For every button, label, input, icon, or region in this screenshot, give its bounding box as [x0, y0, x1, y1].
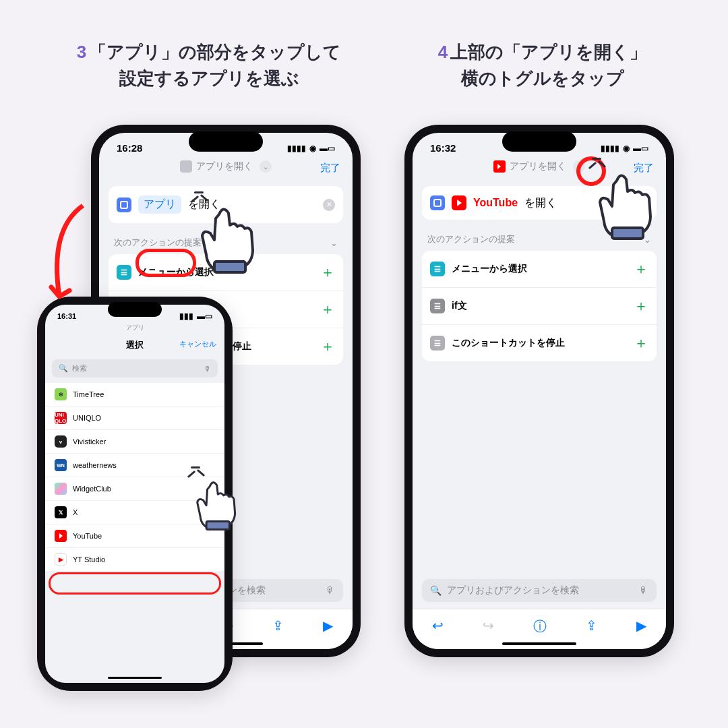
open-app-action-card[interactable]: YouTube を開く	[422, 186, 657, 220]
clear-icon[interactable]: ✕	[323, 199, 335, 211]
signal-icon: ▮▮▮▮	[601, 144, 619, 153]
picker-search-field[interactable]: 🔍 検索 🎙	[52, 359, 218, 377]
app-name: UNIQLO	[73, 414, 101, 422]
status-time: 16:32	[430, 142, 456, 154]
add-button[interactable]: ＋	[634, 333, 648, 353]
app-name: WidgetClub	[73, 485, 111, 493]
app-parameter-token[interactable]: アプリ	[138, 195, 181, 214]
shortcut-icon	[180, 160, 192, 173]
chevron-down-icon[interactable]: ⌄	[644, 235, 651, 245]
mic-icon[interactable]: 🎙	[204, 365, 211, 373]
picker-breadcrumb: アプリ	[45, 324, 224, 332]
suggestion-icon: ☰	[430, 299, 445, 313]
highlight-ring	[576, 156, 606, 186]
suggestion-label: このショートカットを停止	[452, 337, 627, 349]
app-list-item[interactable]: UNI QLO UNIQLO	[45, 406, 224, 430]
app-name: X	[73, 508, 78, 516]
status-time: 16:28	[117, 142, 142, 154]
add-button[interactable]: ＋	[634, 296, 648, 316]
app-list-item[interactable]: 𝕏 X	[45, 501, 224, 524]
app-icon: ✻	[55, 388, 67, 400]
add-button[interactable]: ＋	[634, 259, 648, 279]
play-button[interactable]: ▶	[636, 617, 646, 636]
app-icon	[55, 553, 67, 566]
mic-icon[interactable]: 🎙	[639, 585, 648, 596]
app-icon: UNI QLO	[55, 412, 67, 424]
suggestions-list: ☰ メニューから選択 ＋☰ if文 ＋☰ このショートカットを停止 ＋	[422, 251, 657, 361]
step-3-title: 3「アプリ」の部分をタップして 設定するアプリを選ぶ	[57, 39, 361, 92]
open-app-icon	[430, 195, 445, 210]
done-button[interactable]: 完了	[634, 162, 654, 175]
shortcut-header: アプリを開く ⌄ 完了	[99, 154, 353, 179]
done-button[interactable]: 完了	[320, 162, 340, 175]
picker-header: 選択 キャンセル	[45, 332, 224, 357]
suggestion-item[interactable]: ☰ if文 ＋	[422, 288, 657, 325]
dynamic-island	[108, 302, 162, 317]
app-icon	[55, 530, 67, 542]
app-parameter-value[interactable]: YouTube	[473, 197, 518, 209]
redo-button: ↪	[483, 617, 494, 636]
suggestion-icon: ☰	[430, 262, 445, 276]
suggestion-item[interactable]: ☰ メニューから選択 ＋	[422, 251, 657, 288]
wifi-icon: ◉	[309, 144, 316, 153]
add-button[interactable]: ＋	[320, 336, 335, 357]
app-list-item[interactable]: YT Studio	[45, 548, 224, 572]
suggestions-header: 次のアクションの提案 ⌄	[413, 226, 666, 248]
app-list-item[interactable]: WidgetClub	[45, 477, 224, 501]
picker-title: 選択	[126, 340, 144, 350]
status-indicators: ▮▮▮▮ ◉ ▬▭	[287, 144, 335, 153]
suggestion-label: メニューから選択	[452, 263, 627, 275]
undo-button[interactable]: ↩	[432, 617, 444, 636]
shortcut-title-button[interactable]: アプリを開く ⌄	[180, 160, 272, 173]
arrow-annotation	[46, 202, 93, 313]
app-icon: 𝕏	[55, 506, 67, 518]
share-button[interactable]: ⇪	[586, 617, 597, 636]
suggestion-icon: ☰	[430, 336, 445, 351]
battery-icon: ▬▭	[633, 144, 648, 153]
suggestions-header: 次のアクションの提案 ⌄	[99, 230, 353, 251]
highlight-ring	[49, 572, 221, 595]
battery-icon: ▬▭	[320, 144, 335, 153]
status-time: 16:31	[57, 312, 76, 320]
share-button[interactable]: ⇪	[272, 617, 284, 636]
mic-icon[interactable]: 🎙	[326, 585, 335, 596]
chevron-down-icon[interactable]: ⌄	[260, 160, 272, 173]
shortcut-header: アプリを開く ⌄ 完了	[413, 154, 666, 179]
wifi-icon: ◉	[623, 144, 630, 153]
app-name: weathernews	[73, 461, 117, 469]
app-list-item[interactable]: YouTube	[45, 524, 224, 548]
home-indicator[interactable]	[108, 677, 162, 679]
phone-step4: 16:32 ▮▮▮▮ ◉ ▬▭ アプリを開く ⌄ 完了 YouTube を開く …	[404, 125, 674, 657]
app-icon	[55, 483, 67, 495]
app-name: TimeTree	[73, 390, 104, 398]
open-app-action-card[interactable]: アプリ を開く ✕	[109, 186, 343, 223]
app-name: YouTube	[73, 532, 102, 540]
shortcut-title-button[interactable]: アプリを開く ⌄	[493, 160, 585, 173]
suggestion-icon: ☰	[117, 265, 131, 280]
step-3-number: 3	[77, 42, 86, 62]
signal-icon: ▮▮▮▮	[287, 144, 306, 153]
open-app-icon	[117, 198, 131, 212]
app-list: ✻ TimeTreeUNI QLO UNIQLOv VivistickerWN …	[45, 383, 224, 572]
status-indicators: ▮▮▮▮ ◉ ▬▭	[601, 144, 648, 153]
add-button[interactable]: ＋	[320, 262, 335, 282]
step-4-number: 4	[438, 42, 448, 62]
cancel-button[interactable]: キャンセル	[179, 339, 216, 349]
step-4-title: 4上部の「アプリを開く」 横のトグルをタップ	[398, 39, 688, 92]
home-indicator[interactable]	[502, 642, 576, 645]
youtube-icon	[452, 195, 466, 210]
battery-icon: ▬▭	[197, 311, 212, 321]
suggestion-item[interactable]: ☰ このショートカットを停止 ＋	[422, 325, 657, 361]
status-indicators: ▮▮▮ ▬▭	[179, 311, 212, 321]
info-button[interactable]: ⓘ	[533, 617, 547, 636]
app-list-item[interactable]: ✻ TimeTree	[45, 383, 224, 406]
app-list-item[interactable]: v Vivisticker	[45, 430, 224, 454]
chevron-down-icon[interactable]: ⌄	[330, 238, 338, 248]
action-search-field[interactable]: 🔍 アプリおよびアクションを検索 🎙	[422, 579, 657, 602]
play-button[interactable]: ▶	[323, 617, 333, 636]
add-button[interactable]: ＋	[320, 299, 335, 320]
suggestion-label: メニューから選択	[138, 266, 313, 278]
app-list-item[interactable]: WN weathernews	[45, 454, 224, 477]
search-icon: 🔍	[430, 585, 442, 596]
suggestion-item[interactable]: ☰ メニューから選択 ＋	[109, 254, 343, 291]
